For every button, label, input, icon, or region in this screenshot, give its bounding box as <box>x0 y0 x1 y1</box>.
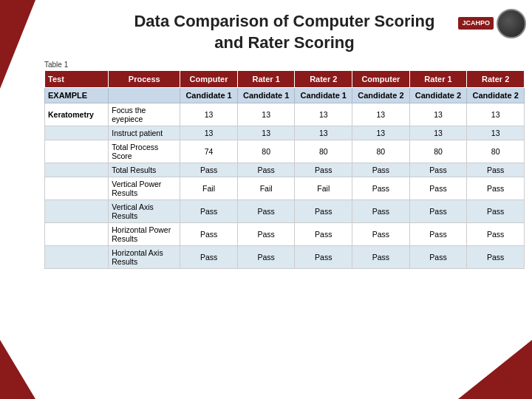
header-rater1b: Rater 1 <box>409 71 467 88</box>
table-row: Total Process Score748080808080 <box>45 140 525 163</box>
main-content: Data Comparison of Computer Scoring and … <box>44 0 525 392</box>
table-row: KeratometryFocus the eyepiece13131313131… <box>45 103 525 126</box>
header-rater1a: Rater 1 <box>237 71 295 88</box>
header-computer2: Computer <box>352 71 410 88</box>
header-rater2b: Rater 2 <box>467 71 525 88</box>
example-row: EXAMPLECandidate 1Candidate 1Candidate 1… <box>45 88 525 103</box>
table-row: Horizontal Power ResultsPassPassPassPass… <box>45 223 525 246</box>
header-test: Test <box>45 71 109 88</box>
header-process: Process <box>109 71 180 88</box>
table-row: Vertical Power ResultsFailFailFailPassPa… <box>45 177 525 200</box>
comparison-table: Test Process Computer Rater 1 Rater 2 Co… <box>44 70 525 269</box>
table-row: Vertical Axis ResultsPassPassPassPassPas… <box>45 200 525 223</box>
page-title: Data Comparison of Computer Scoring and … <box>44 11 525 53</box>
table-label: Table 1 <box>44 61 525 69</box>
title-line1: Data Comparison of Computer Scoring <box>134 12 434 30</box>
title-line2: and Rater Scoring <box>214 33 354 52</box>
header-computer1: Computer <box>180 71 238 88</box>
table-row: Horizontal Axis ResultsPassPassPassPassP… <box>45 246 525 269</box>
title-section: Data Comparison of Computer Scoring and … <box>44 0 525 61</box>
header-rater2a: Rater 2 <box>295 71 352 88</box>
table-row: Total ResultsPassPassPassPassPassPass <box>45 163 525 177</box>
table-row: Instruct patient131313131313 <box>45 126 525 140</box>
table-header-row: Test Process Computer Rater 1 Rater 2 Co… <box>45 71 525 88</box>
